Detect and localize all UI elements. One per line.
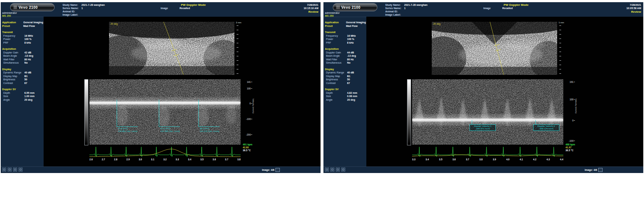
header-bar: Vevo 2100 administrator MS 250 Study Nam…: [323, 2, 643, 17]
parameters-sidebar: Application General Imaging Preset Mad F…: [1, 17, 44, 167]
time-tick: 3.4: [426, 158, 429, 161]
time-tick: 3.7: [225, 158, 228, 161]
measurement-caliper[interactable]: Doppler Velocity 1 -349.371 mm/s: [470, 79, 499, 145]
time-tick: 3.9: [493, 158, 496, 161]
ecg-time-axis: 3.33.43.53.63.73.83.94.04.14.24.34.4: [412, 158, 563, 161]
parameter-row: Transmit: [1, 31, 44, 34]
parameter-row: Simultaneous No: [323, 61, 366, 65]
study-field-row: Image Label:: [385, 13, 427, 16]
image-counter-block: Image: 4/6: [262, 168, 280, 172]
grayscale-bar: [84, 79, 88, 145]
time-tick: 3.7: [466, 158, 469, 161]
parameter-row: Angle 20 deg: [323, 98, 366, 102]
footer-tool-icon-2[interactable]: [330, 168, 334, 172]
field-label: Image Label:: [63, 13, 81, 16]
cine-strip-icon[interactable]: [598, 168, 603, 172]
time-text: 10:05:58 AM: [626, 7, 641, 10]
parameter-label: Wall Filter: [2, 58, 24, 61]
physio-value: 488 bpm: [565, 143, 575, 146]
measurement-layer: 47.8 (VTI) 143.861 (Vel, mm/s) 47.3 (VTI…: [89, 79, 241, 145]
parameter-label: Power: [325, 37, 347, 41]
parameter-label: Dynamic Range: [2, 71, 24, 75]
velocity-axis-label: Velocity (mm/s): [252, 98, 254, 113]
parameter-row: Wall Filter 80 Hz: [1, 58, 44, 61]
parameter-row: Depth 6.55 mm: [1, 91, 44, 95]
time-text: 10:15:10 AM: [303, 7, 318, 10]
parameter-label: Angle: [2, 98, 24, 102]
time-tick: 4.2: [533, 158, 536, 161]
parameter-label: Application: [325, 21, 346, 24]
footer-tool-icon-1[interactable]: [2, 168, 6, 172]
image-state-value: Recalled: [502, 7, 513, 9]
footer-tool-icon-2[interactable]: [8, 168, 12, 172]
measurement-caliper[interactable]: 48.2 (VTI) 144.210 (Vel, mm/s): [198, 79, 228, 145]
time-tick: 2.6: [89, 158, 93, 161]
footer-tool-icon-4[interactable]: [341, 168, 345, 172]
axis-tick: 0: [572, 119, 573, 122]
parameter-row: Frequency 16 MHz: [1, 34, 44, 38]
parameter-value: B1: [347, 75, 350, 78]
field-label: Series Name:: [63, 7, 81, 10]
pw-spectrum[interactable]: Doppler Velocity 1 -349.371 mm/s Doppler…: [412, 79, 563, 145]
measurement-caliper[interactable]: 47.3 (VTI) 141.995 (Vel, mm/s): [159, 79, 188, 145]
footer-tool-icon-3[interactable]: [336, 168, 340, 172]
vevo-logo: Vevo 2100: [333, 3, 377, 11]
parameter-label: Acquisition: [2, 47, 16, 51]
time-tick: 3.5: [439, 158, 442, 161]
field-label: Study Name:: [385, 3, 404, 7]
time-tick: 2.8: [114, 158, 117, 161]
field-value: 1: [81, 7, 83, 10]
parameter-label: Doppler SV: [2, 88, 16, 91]
caliper-line: [472, 120, 472, 125]
sv-angle-label: 20 deg: [110, 23, 118, 25]
cine-strip-icon[interactable]: [275, 168, 280, 172]
study-field-row: Study Name: 2021-7-28 wanghan: [385, 3, 427, 7]
measurement-caliper[interactable]: 47.8 (VTI) 143.861 (Vel, mm/s): [117, 79, 146, 145]
time-tick: 3.0: [139, 158, 142, 161]
parameter-label: Frequency: [2, 34, 24, 38]
depth-ruler: 1 mm: [559, 22, 565, 75]
study-field-row: Animal ID:: [63, 10, 105, 13]
parameter-row: Size 1.00 mm: [1, 95, 44, 98]
physio-value: 36.5 °C: [565, 149, 575, 152]
study-field-row: Animal ID:: [385, 10, 427, 13]
parameter-value: 1.00 mm: [24, 95, 35, 98]
bmode-image[interactable]: 20 deg: [432, 22, 557, 75]
parameter-label: Display: [2, 68, 11, 71]
parameter-label: Simultaneous: [325, 61, 347, 65]
mode-title: PW Doppler Mode: [483, 3, 549, 7]
bmode-image[interactable]: 20 deg: [109, 22, 234, 75]
ruler-ticks: [237, 25, 238, 75]
depth-scale-label: 1 mm: [559, 21, 564, 24]
time-tick: 3.8: [479, 158, 483, 161]
date-text: 7/28/2021: [303, 3, 318, 7]
parameter-value: 42 dB: [24, 51, 31, 55]
footer-tool-icon-4[interactable]: [19, 168, 23, 172]
caliper-baseline: [198, 126, 220, 127]
axis-tick: -100: [246, 118, 251, 120]
parameter-label: Beam Angle: [2, 54, 24, 58]
parameter-label: Size: [2, 95, 24, 98]
parameter-label: PRF: [325, 41, 347, 45]
parameter-label: Brightness: [325, 78, 347, 81]
parameter-label: Doppler Gain: [325, 51, 347, 55]
axis-tick: -200: [246, 133, 251, 136]
parameter-row: Doppler SV: [1, 88, 44, 91]
parameter-row: Transmit: [323, 31, 366, 34]
parameter-row: Application General Imaging: [1, 21, 44, 24]
parameter-row: Display Map B1: [323, 75, 366, 78]
measurement-label: 48.2 (VTI) 144.210 (Vel, mm/s): [200, 128, 220, 133]
parameter-row: Beam Angle -13 deg: [323, 54, 366, 58]
parameter-label: Transmit: [325, 31, 335, 34]
parameter-label: Angle: [325, 98, 347, 102]
parameter-value: 4.82 mm: [347, 91, 357, 95]
measurement-label: 47.3 (VTI) 141.995 (Vel, mm/s): [160, 128, 180, 133]
parameter-value: 100 %: [24, 37, 32, 41]
parameter-row: Acquisition: [1, 47, 44, 51]
footer-tool-icon-1[interactable]: [325, 168, 329, 172]
parameter-row: Contrast 67: [323, 81, 366, 85]
parameter-value: 67: [24, 81, 27, 85]
measurement-caliper[interactable]: Doppler Velocity 2 -348.124 mm/s: [533, 79, 562, 145]
pw-spectrum[interactable]: 47.8 (VTI) 143.861 (Vel, mm/s) 47.3 (VTI…: [89, 79, 241, 145]
footer-tool-icon-3[interactable]: [13, 168, 17, 172]
